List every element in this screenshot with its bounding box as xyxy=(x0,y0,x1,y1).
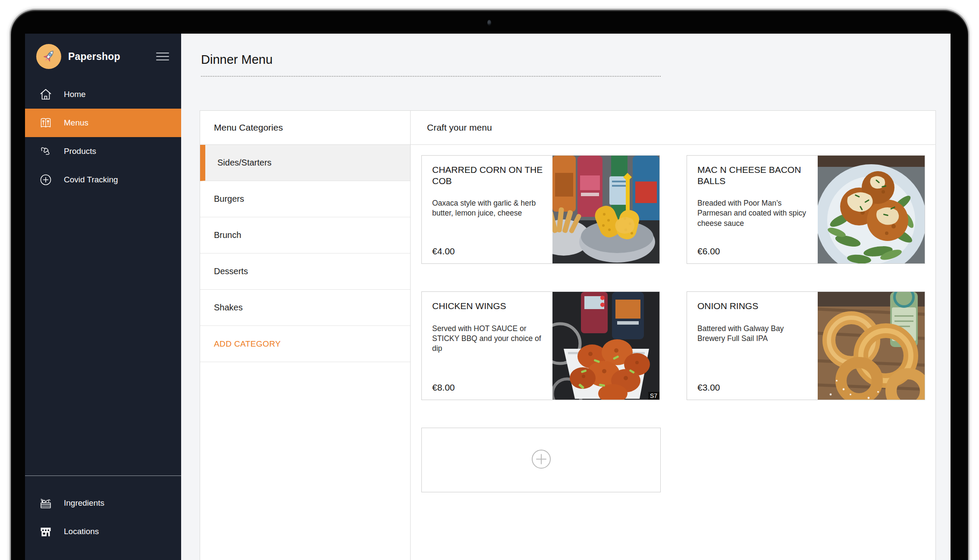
mac-n-cheese-balls-photo xyxy=(818,156,925,263)
sidebar-footer: Ingredients Locatio xyxy=(25,476,181,546)
menu-item-card-onion-rings[interactable]: ONION RINGS Battered with Galway Bay Bre… xyxy=(687,291,925,400)
menu-item-price: €6.00 xyxy=(697,246,813,257)
menu-book-icon xyxy=(39,116,53,130)
category-item-brunch[interactable]: Brunch xyxy=(200,217,410,253)
menu-item-name: MAC N CHEESE BACON BALLS xyxy=(697,164,813,186)
chicken-wings-photo: S7 xyxy=(552,292,659,400)
sidebar-item-label: Menus xyxy=(64,118,88,128)
plus-circle-icon xyxy=(39,173,53,187)
sidebar-item-label: Covid Tracking xyxy=(64,175,118,185)
menu-item-name: ONION RINGS xyxy=(697,300,813,312)
sidebar-divider xyxy=(25,476,181,476)
sidebar-item-menus[interactable]: Menus xyxy=(25,109,181,137)
menu-item-card-chicken-wings[interactable]: CHICKEN WINGS Served with HOT SAUCE or S… xyxy=(421,291,660,400)
storefront-icon xyxy=(39,525,53,538)
menu-item-card-charred-corn[interactable]: CHARRED CORN ON THE COB Oaxaca style wit… xyxy=(421,155,660,264)
menu-item-name: CHARRED CORN ON THE COB xyxy=(432,164,547,186)
plus-circle-icon xyxy=(531,449,552,471)
app-title: Papershop xyxy=(68,51,156,63)
menu-item-price: €8.00 xyxy=(432,382,547,393)
vegetable-crate-icon xyxy=(39,496,53,510)
menu-item-description: Oaxaca style with garlic & herb butter, … xyxy=(432,198,547,219)
menu-item-description: Served with HOT SAUCE or STICKY BBQ and … xyxy=(432,324,547,354)
sidebar-item-label: Ingredients xyxy=(64,498,104,508)
app-screen: Papershop Home xyxy=(25,34,951,560)
sidebar-item-label: Locations xyxy=(64,527,99,536)
category-item-shakes[interactable]: Shakes xyxy=(200,290,410,326)
craft-menu-panel: Craft your menu CHARRED CORN ON THE COB … xyxy=(411,111,936,560)
main-content: Dinner Menu Menu Categories Sides/Starte… xyxy=(181,34,951,560)
add-category-button[interactable]: ADD CATEGORY xyxy=(200,326,410,362)
menu-items-grid: CHARRED CORN ON THE COB Oaxaca style wit… xyxy=(411,145,936,510)
title-divider xyxy=(201,76,661,77)
page-title: Dinner Menu xyxy=(201,53,273,67)
menu-item-price: €4.00 xyxy=(432,246,547,257)
menu-item-card-mac-n-cheese[interactable]: MAC N CHEESE BACON BALLS Breaded with Po… xyxy=(687,155,925,264)
sidebar-header: Papershop xyxy=(25,34,181,69)
charred-corn-photo xyxy=(552,156,659,263)
sidebar: Papershop Home xyxy=(25,34,181,560)
categories-header: Menu Categories xyxy=(200,111,410,145)
menu-item-description: Battered with Galway Bay Brewery Full Sa… xyxy=(697,324,813,344)
sidebar-item-home[interactable]: Home xyxy=(25,80,181,109)
sidebar-item-products[interactable]: Products xyxy=(25,137,181,166)
menu-item-name: CHICKEN WINGS xyxy=(432,300,547,312)
sidebar-item-ingredients[interactable]: Ingredients xyxy=(25,489,181,517)
sidebar-item-covid-tracking[interactable]: Covid Tracking xyxy=(25,166,181,194)
croissant-icon xyxy=(39,144,53,158)
sidebar-nav: Home Menus xyxy=(25,80,181,194)
onion-rings-photo xyxy=(818,292,925,400)
sidebar-item-label: Products xyxy=(64,147,96,156)
rocket-icon xyxy=(36,44,61,69)
category-item-desserts[interactable]: Desserts xyxy=(200,253,410,290)
menu-categories-panel: Menu Categories Sides/Starters Burgers B… xyxy=(200,111,411,560)
craft-menu-header: Craft your menu xyxy=(411,111,936,145)
hamburger-icon[interactable] xyxy=(156,48,169,65)
menu-builder-panel: Menu Categories Sides/Starters Burgers B… xyxy=(200,110,936,560)
menu-item-price: €3.00 xyxy=(697,382,813,393)
menu-item-description: Breaded with Poor Man’s Parmesan and coa… xyxy=(697,198,813,228)
home-icon xyxy=(39,88,53,101)
sidebar-item-locations[interactable]: Locations xyxy=(25,517,181,546)
add-menu-item-button[interactable] xyxy=(421,428,661,492)
device-camera xyxy=(487,20,491,26)
category-item-sides-starters[interactable]: Sides/Starters xyxy=(200,145,410,181)
category-item-burgers[interactable]: Burgers xyxy=(200,181,410,217)
sidebar-item-label: Home xyxy=(64,90,86,99)
svg-text:S7: S7 xyxy=(650,392,657,399)
